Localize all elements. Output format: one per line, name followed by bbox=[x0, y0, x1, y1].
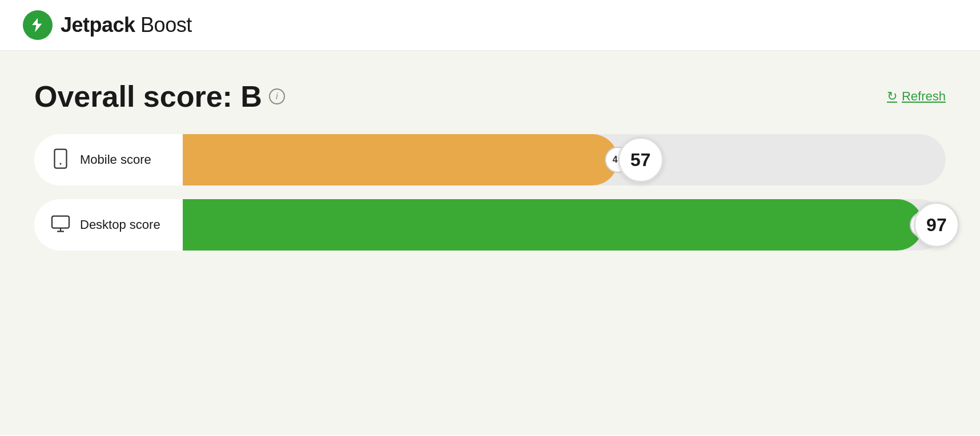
jetpack-logo-icon bbox=[29, 17, 46, 34]
score-bars: Mobile score 46 57 bbox=[34, 134, 946, 251]
desktop-bar-fill: 89 bbox=[183, 199, 923, 251]
desktop-score-label: Desktop score bbox=[80, 217, 160, 232]
desktop-bar-track: 89 97 bbox=[183, 199, 946, 251]
desktop-icon bbox=[50, 213, 71, 236]
header: Jetpack Boost bbox=[0, 0, 980, 51]
svg-rect-0 bbox=[55, 150, 67, 168]
jetpack-logo bbox=[23, 10, 53, 40]
mobile-current-score-badge: 57 bbox=[618, 137, 664, 183]
mobile-score-label: Mobile score bbox=[80, 152, 151, 167]
refresh-button[interactable]: ↻ Refresh bbox=[887, 89, 946, 104]
desktop-score-label-area: Desktop score bbox=[34, 213, 183, 236]
main-content: Overall score: B i ↻ Refresh Mobile scor… bbox=[0, 51, 980, 435]
svg-rect-2 bbox=[52, 216, 69, 228]
desktop-score-row: Desktop score 89 97 bbox=[34, 199, 946, 251]
mobile-score-row: Mobile score 46 57 bbox=[34, 134, 946, 185]
mobile-bar-fill: 46 bbox=[183, 134, 618, 185]
mobile-bar-track: 46 57 bbox=[183, 134, 946, 185]
app-title: Jetpack Boost bbox=[61, 13, 192, 37]
mobile-score-label-area: Mobile score bbox=[34, 148, 183, 171]
refresh-icon: ↻ bbox=[887, 89, 897, 104]
info-icon[interactable]: i bbox=[269, 88, 285, 104]
overall-score-title: Overall score: B i bbox=[34, 79, 285, 114]
score-header: Overall score: B i ↻ Refresh bbox=[34, 79, 946, 114]
desktop-current-score-badge: 97 bbox=[914, 202, 959, 248]
mobile-icon bbox=[50, 148, 71, 171]
